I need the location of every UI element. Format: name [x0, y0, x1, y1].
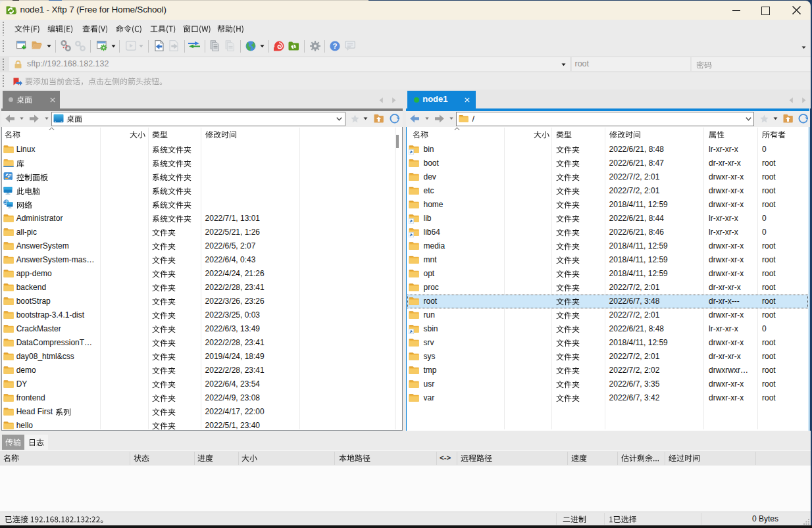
svg-text:?: ?: [332, 42, 337, 50]
